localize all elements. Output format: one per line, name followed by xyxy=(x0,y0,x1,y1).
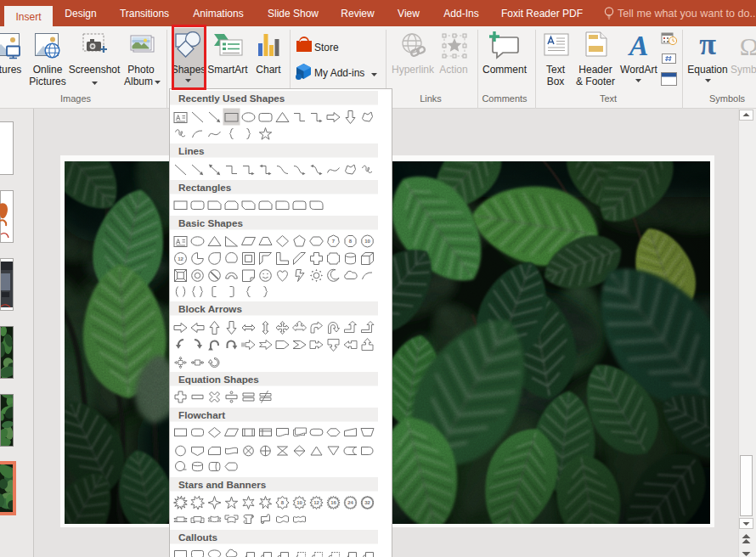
svg-text:Flowchart: Flowchart xyxy=(178,409,225,420)
svg-text:Callouts: Callouts xyxy=(178,532,218,543)
svg-text:Equation Shapes: Equation Shapes xyxy=(178,374,259,385)
svg-text:Recently Used Shapes: Recently Used Shapes xyxy=(178,93,285,104)
svg-text:Lines: Lines xyxy=(178,145,205,156)
svg-text:Stars and Banners: Stars and Banners xyxy=(178,479,267,490)
svg-text:Block Arrows: Block Arrows xyxy=(178,303,242,314)
svg-text:Rectangles: Rectangles xyxy=(178,182,232,193)
svg-text:Basic Shapes: Basic Shapes xyxy=(178,217,244,228)
